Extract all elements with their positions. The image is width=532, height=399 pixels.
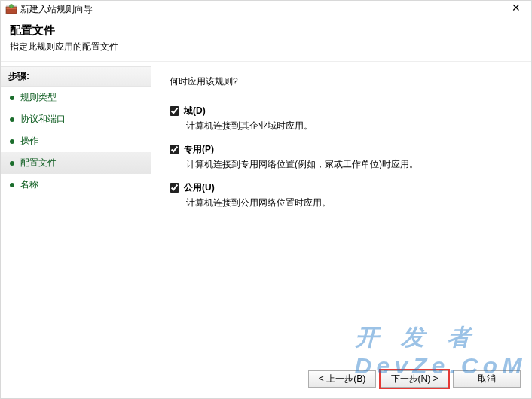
checkbox-domain[interactable] (170, 106, 179, 116)
option-domain-label: 域(D) (184, 105, 206, 117)
next-button[interactable]: 下一步(N) > (381, 370, 448, 388)
option-public-label: 公用(U) (184, 181, 215, 194)
wizard-footer: < 上一步(B) 下一步(N) > 取消 (1, 367, 531, 398)
option-private-row[interactable]: 专用(P) (170, 143, 513, 156)
back-button[interactable]: < 上一步(B) (308, 370, 376, 388)
page-title: 配置文件 (10, 23, 522, 38)
step-name[interactable]: 名称 (1, 174, 151, 196)
svg-point-4 (10, 5, 14, 8)
wizard-main: 何时应用该规则? 域(D) 计算机连接到其企业域时应用。 专用(P) 计算机连接… (151, 62, 531, 373)
checkbox-private[interactable] (170, 145, 179, 154)
profile-question: 何时应用该规则? (170, 75, 513, 88)
page-description: 指定此规则应用的配置文件 (10, 41, 522, 53)
step-protocol-ports[interactable]: 协议和端口 (1, 108, 151, 130)
wizard-content: 步骤: 规则类型 协议和端口 操作 配置文件 名称 何时应用该规则? 域(D) (1, 61, 531, 373)
step-action[interactable]: 操作 (1, 130, 151, 152)
titlebar: 新建入站规则向导 ✕ (1, 1, 531, 17)
option-public-desc: 计算机连接到公用网络位置时应用。 (186, 196, 513, 209)
option-private-label: 专用(P) (184, 143, 214, 156)
bullet-icon (10, 96, 14, 100)
step-label: 规则类型 (20, 91, 57, 104)
option-private-desc: 计算机连接到专用网络位置(例如，家或工作单位)时应用。 (186, 158, 513, 171)
bullet-icon (10, 161, 14, 166)
bullet-icon (10, 117, 14, 122)
firewall-icon (5, 3, 17, 15)
step-rule-type[interactable]: 规则类型 (1, 87, 151, 108)
option-domain-desc: 计算机连接到其企业域时应用。 (186, 120, 513, 132)
cancel-button[interactable]: 取消 (453, 370, 521, 388)
step-label: 协议和端口 (20, 113, 66, 126)
step-label: 配置文件 (20, 157, 57, 169)
steps-sidebar: 步骤: 规则类型 协议和端口 操作 配置文件 名称 (1, 62, 151, 373)
step-profile[interactable]: 配置文件 (1, 152, 151, 174)
bullet-icon (10, 183, 14, 187)
checkbox-public[interactable] (170, 183, 179, 193)
option-private: 专用(P) 计算机连接到专用网络位置(例如，家或工作单位)时应用。 (170, 143, 513, 171)
option-public-row[interactable]: 公用(U) (170, 181, 513, 194)
option-domain: 域(D) 计算机连接到其企业域时应用。 (170, 105, 513, 132)
step-label: 名称 (20, 178, 38, 191)
bullet-icon (10, 139, 14, 144)
window-title: 新建入站规则向导 (20, 3, 93, 16)
option-public: 公用(U) 计算机连接到公用网络位置时应用。 (170, 181, 513, 209)
step-label: 操作 (20, 135, 38, 148)
wizard-header: 配置文件 指定此规则应用的配置文件 (1, 17, 531, 61)
option-domain-row[interactable]: 域(D) (170, 105, 513, 117)
close-icon[interactable]: ✕ (506, 2, 527, 16)
steps-heading: 步骤: (1, 66, 151, 87)
